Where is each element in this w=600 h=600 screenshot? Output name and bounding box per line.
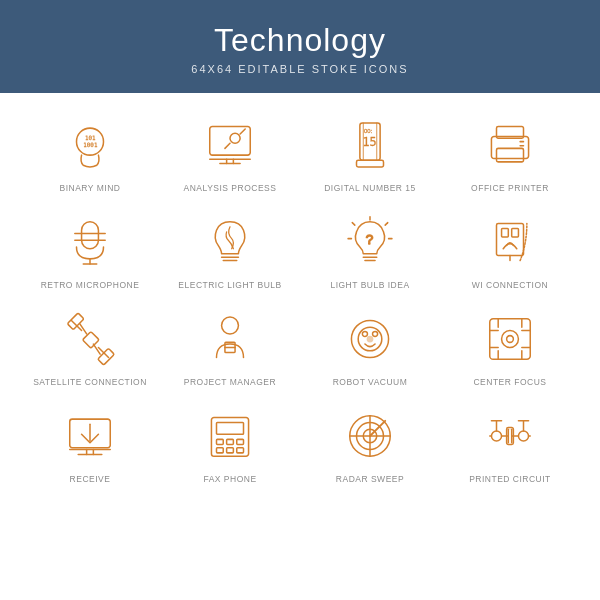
svg-rect-41 xyxy=(82,332,99,349)
icon-analysis-process: ANALYSIS PROCESS xyxy=(160,103,300,200)
svg-point-65 xyxy=(502,331,519,348)
svg-rect-74 xyxy=(217,423,244,435)
icon-satellite-connection: SATELLITE CONNECTION xyxy=(20,297,160,394)
icon-electric-light-bulb: ELECTRIC LIGHT BULB xyxy=(160,200,300,297)
icon-printed-circuit: PRINTED CIRCUIT xyxy=(440,394,580,491)
svg-point-54 xyxy=(362,332,367,337)
svg-rect-75 xyxy=(217,440,224,445)
icon-center-focus: CENTER FOCUS xyxy=(440,297,580,394)
icon-retro-microphone: RETRO MICROPHONE xyxy=(20,200,160,297)
svg-rect-19 xyxy=(497,148,524,162)
svg-line-10 xyxy=(240,129,245,134)
icon-light-bulb-idea: ? LIGHT BULB IDEA xyxy=(300,200,440,297)
svg-rect-56 xyxy=(490,319,531,360)
svg-point-87 xyxy=(491,431,501,441)
svg-text:15: 15 xyxy=(362,135,376,149)
icon-binary-mind: 101 1001 BINARY MIND xyxy=(20,103,160,200)
svg-text:1001: 1001 xyxy=(83,142,98,148)
svg-rect-79 xyxy=(227,448,234,453)
icon-receive: RECEIVE xyxy=(20,394,160,491)
svg-text:101: 101 xyxy=(85,135,96,141)
header: Technology 64X64 EDITABLE STOKE ICONS xyxy=(0,0,600,93)
icon-office-printer: OFFICE PRINTER xyxy=(440,103,580,200)
icon-project-manager: PROJECT MANAGER xyxy=(160,297,300,394)
svg-rect-37 xyxy=(497,223,524,255)
svg-line-33 xyxy=(352,223,355,226)
svg-rect-39 xyxy=(512,229,519,237)
svg-rect-22 xyxy=(82,222,99,249)
svg-point-48 xyxy=(222,317,239,334)
svg-rect-16 xyxy=(357,160,384,167)
svg-point-66 xyxy=(507,336,514,343)
page-subtitle: 64X64 EDITABLE STOKE ICONS xyxy=(0,63,600,75)
svg-point-53 xyxy=(367,336,374,343)
svg-point-55 xyxy=(373,332,378,337)
svg-text:00:: 00: xyxy=(364,128,373,134)
svg-rect-76 xyxy=(227,440,234,445)
svg-rect-38 xyxy=(502,229,509,237)
icon-digital-number-15: 15 00: DIGITAL NUMBER 15 xyxy=(300,103,440,200)
svg-line-9 xyxy=(225,143,230,148)
icon-fax-phone: FAX PHONE xyxy=(160,394,300,491)
icon-robot-vacuum: ROBOT VACUUM xyxy=(300,297,440,394)
icon-wi-connection: WI CONNECTION xyxy=(440,200,580,297)
svg-point-88 xyxy=(518,431,528,441)
svg-rect-80 xyxy=(237,448,244,453)
svg-rect-77 xyxy=(237,440,244,445)
icons-grid: 101 1001 BINARY MIND ANALYSIS PROCESS xyxy=(0,93,600,501)
svg-point-8 xyxy=(230,133,240,143)
svg-rect-45 xyxy=(98,348,115,365)
icon-radar-sweep: RADAR SWEEP xyxy=(300,394,440,491)
svg-line-34 xyxy=(385,223,388,226)
page-title: Technology xyxy=(0,22,600,59)
svg-text:?: ? xyxy=(366,232,374,247)
svg-rect-78 xyxy=(217,448,224,453)
